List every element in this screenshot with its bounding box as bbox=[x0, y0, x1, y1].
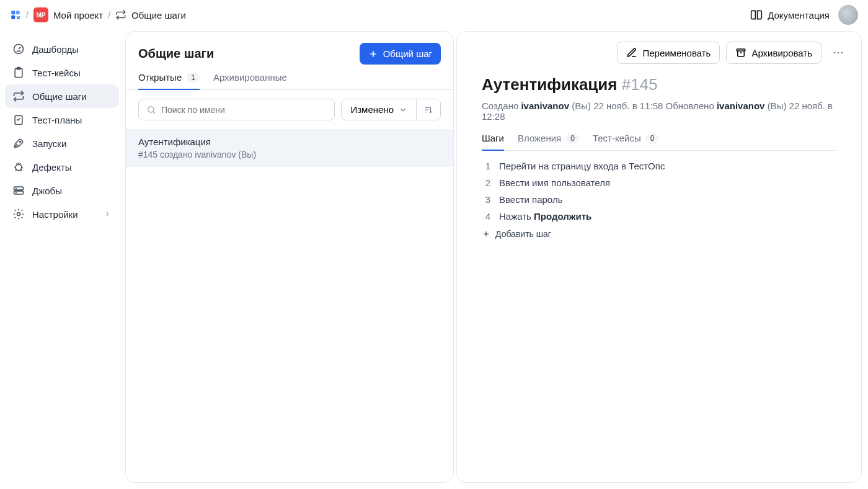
sidebar-item-label: Дефекты bbox=[32, 162, 72, 173]
tab-steps[interactable]: Шаги bbox=[482, 133, 504, 151]
more-horizontal-icon bbox=[832, 47, 844, 59]
tab-count: 1 bbox=[187, 73, 200, 83]
search-input[interactable] bbox=[161, 105, 327, 115]
bug-icon bbox=[12, 161, 25, 173]
plus-icon bbox=[482, 230, 490, 238]
sidebar-item-defects[interactable]: Дефекты bbox=[5, 155, 119, 179]
tab-label: Архивированные bbox=[213, 72, 287, 83]
step-row[interactable]: 4 Нажать Продолжить bbox=[482, 211, 836, 222]
create-shared-step-button[interactable]: Общий шаг bbox=[360, 43, 441, 65]
sort-icon bbox=[424, 105, 433, 114]
list-item-subtitle: #145 создано ivanivanov (Вы) bbox=[138, 150, 441, 159]
list-tabs: Открытые 1 Архивированные bbox=[126, 70, 453, 90]
list-pane: Общие шаги Общий шаг Открытые 1 Архивиро… bbox=[125, 31, 454, 483]
sidebar-item-shared-steps[interactable]: Общие шаги bbox=[5, 84, 119, 108]
detail-tabs: Шаги Вложения 0 Тест-кейсы 0 bbox=[482, 133, 836, 151]
more-actions-button[interactable] bbox=[828, 42, 849, 63]
breadcrumb-sep: / bbox=[108, 10, 110, 20]
user-avatar[interactable] bbox=[838, 5, 858, 25]
tab-attachments[interactable]: Вложения 0 bbox=[518, 133, 579, 151]
sidebar-item-label: Запуски bbox=[32, 138, 66, 149]
list-item[interactable]: Аутентификация #145 создано ivanivanov (… bbox=[126, 129, 453, 167]
sidebar-item-testplans[interactable]: Тест-планы bbox=[5, 108, 119, 132]
sidebar-item-label: Дашборды bbox=[32, 44, 79, 55]
sidebar-item-testcases[interactable]: Тест-кейсы bbox=[5, 61, 119, 84]
step-row[interactable]: 3 Ввести пароль bbox=[482, 194, 836, 205]
breadcrumb-sep: / bbox=[26, 10, 29, 20]
breadcrumb-project-link[interactable]: Мой проект bbox=[53, 10, 103, 20]
search-box[interactable] bbox=[138, 99, 335, 120]
documentation-label: Документация bbox=[768, 10, 830, 20]
tab-archived[interactable]: Архивированные bbox=[213, 72, 287, 90]
step-text: Ввести пароль bbox=[499, 194, 562, 205]
step-row[interactable]: 1 Перейти на страницу входа в ТестОпс bbox=[482, 161, 836, 171]
breadcrumb: / MP Мой проект / Общие шаги bbox=[10, 7, 186, 22]
step-text: Ввести имя пользователя bbox=[499, 177, 610, 188]
sidebar: Дашборды Тест-кейсы Общие шаги Тест-план… bbox=[0, 30, 124, 489]
sidebar-item-launches[interactable]: Запуски bbox=[5, 132, 119, 155]
add-step-label: Добавить шаг bbox=[495, 229, 551, 239]
detail-title-text: Аутентификация bbox=[482, 75, 618, 94]
sort-field-button[interactable]: Изменено bbox=[342, 99, 416, 120]
tab-count: 0 bbox=[566, 133, 579, 143]
sidebar-item-label: Тест-планы bbox=[32, 115, 82, 125]
top-bar: / MP Мой проект / Общие шаги Документаци… bbox=[0, 0, 868, 30]
archive-button[interactable]: Архивировать bbox=[726, 42, 822, 64]
svg-point-17 bbox=[838, 52, 839, 54]
sort-direction-button[interactable] bbox=[416, 99, 440, 120]
tab-testcases[interactable]: Тест-кейсы 0 bbox=[593, 133, 658, 151]
rename-button[interactable]: Переименовать bbox=[617, 42, 720, 64]
sort-label: Изменено bbox=[350, 104, 394, 115]
server-icon bbox=[12, 184, 25, 197]
detail-id: #145 bbox=[622, 75, 658, 94]
svg-rect-1 bbox=[16, 11, 20, 14]
checklist-icon bbox=[12, 114, 25, 126]
shared-steps-icon bbox=[115, 9, 126, 20]
archive-label: Архивировать bbox=[751, 48, 812, 58]
search-icon bbox=[146, 105, 156, 115]
svg-rect-15 bbox=[737, 49, 746, 51]
tab-label: Тест-кейсы bbox=[593, 133, 641, 143]
sidebar-item-settings[interactable]: Настройки bbox=[5, 202, 119, 226]
svg-point-16 bbox=[834, 52, 836, 54]
sidebar-item-dashboards[interactable]: Дашборды bbox=[5, 37, 119, 61]
shared-steps-icon bbox=[12, 90, 25, 102]
svg-point-7 bbox=[20, 141, 21, 143]
edit-icon bbox=[626, 47, 637, 58]
list-items: Аутентификация #145 создано ivanivanov (… bbox=[126, 129, 453, 482]
svg-point-13 bbox=[17, 213, 20, 216]
step-row[interactable]: 2 Ввести имя пользователя bbox=[482, 177, 836, 188]
detail-pane: Переименовать Архивировать Аутентификаци… bbox=[456, 31, 862, 483]
svg-point-11 bbox=[16, 188, 16, 189]
svg-rect-0 bbox=[11, 11, 15, 14]
tab-label: Открытые bbox=[138, 72, 182, 83]
svg-rect-2 bbox=[11, 16, 15, 19]
book-icon bbox=[750, 9, 763, 21]
step-number: 3 bbox=[482, 194, 490, 205]
list-title: Общие шаги bbox=[138, 47, 214, 61]
app-logo-icon[interactable] bbox=[10, 9, 21, 20]
tab-open[interactable]: Открытые 1 bbox=[138, 72, 200, 90]
add-step-button[interactable]: Добавить шаг bbox=[482, 229, 836, 239]
tab-count: 0 bbox=[646, 133, 659, 143]
archive-icon bbox=[735, 47, 746, 58]
sidebar-item-jobs[interactable]: Джобы bbox=[5, 179, 119, 202]
step-number: 1 bbox=[482, 161, 490, 171]
chevron-right-icon bbox=[103, 210, 112, 218]
plus-icon bbox=[368, 49, 378, 59]
sort-group: Изменено bbox=[341, 99, 441, 120]
clipboard-icon bbox=[12, 66, 25, 79]
tab-label: Шаги bbox=[482, 133, 504, 143]
documentation-link[interactable]: Документация bbox=[750, 9, 830, 21]
breadcrumb-current: Общие шаги bbox=[131, 10, 186, 20]
step-number: 2 bbox=[482, 177, 490, 188]
create-btn-label: Общий шаг bbox=[383, 48, 432, 59]
project-badge[interactable]: MP bbox=[33, 7, 48, 22]
tab-label: Вложения bbox=[518, 133, 561, 143]
svg-point-18 bbox=[841, 52, 843, 54]
detail-meta: Создано ivanivanov (Вы) 22 нояб. в 11:58… bbox=[482, 101, 836, 122]
rocket-icon bbox=[12, 137, 25, 150]
svg-point-14 bbox=[148, 106, 154, 112]
detail-title: Аутентификация #145 bbox=[482, 75, 836, 94]
sidebar-item-label: Настройки bbox=[32, 209, 78, 220]
